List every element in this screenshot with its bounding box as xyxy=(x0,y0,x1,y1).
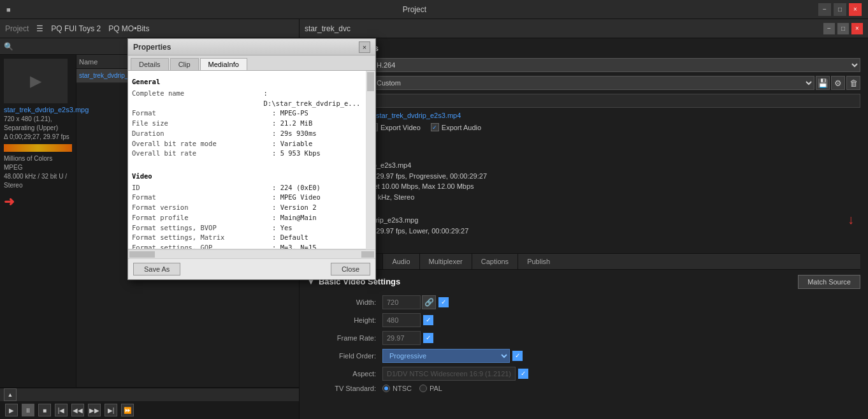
comments-input[interactable] xyxy=(370,94,860,108)
export-settings-content: ▼ Export Settings Format: H.264 Preset: … xyxy=(300,38,868,419)
overall-bitrate-row: Overall bit rate : 5 953 Kbps xyxy=(132,149,362,159)
general-section-header: General xyxy=(132,77,362,87)
right-maximize-btn[interactable]: □ xyxy=(837,23,849,34)
vid-format-value: : MPEG Video xyxy=(272,193,321,203)
complete-name-row: Complete name : D:\star_trek_dvdrip_e... xyxy=(132,89,362,109)
field-order-dropdown[interactable]: Progressive xyxy=(382,349,510,363)
app-title: ■ xyxy=(6,6,11,13)
export-video-check[interactable]: ✓ Export Video xyxy=(370,123,421,131)
tab-multiplexer[interactable]: Multiplexer xyxy=(420,254,472,269)
save-as-button[interactable]: Save As xyxy=(133,263,180,276)
tab-captions[interactable]: Captions xyxy=(472,254,518,269)
export-settings-header[interactable]: ▼ Export Settings xyxy=(307,43,860,53)
format-row: Format: H.264 xyxy=(307,58,860,72)
complete-name-label: Complete name xyxy=(132,89,264,109)
comments-row: Comments: xyxy=(307,94,860,108)
vid-id-value: : 224 (0xE0) xyxy=(272,183,321,193)
basic-video-settings: ▼ Basic Video Settings Match Source Widt… xyxy=(307,275,860,392)
maximize-button[interactable]: □ xyxy=(834,3,846,16)
summary-source-path: Clip, star_trek_dvdrip_e2s3.mpg 720x480 … xyxy=(317,215,860,247)
fast-forward-button[interactable]: ⏩ xyxy=(121,404,134,416)
width-checkbox[interactable]: ✓ xyxy=(438,297,449,307)
export-audio-label: Export Audio xyxy=(442,124,481,131)
preset-delete-btn[interactable]: 🗑 xyxy=(846,76,860,90)
window-title: Project xyxy=(11,5,818,14)
ntsc-radio[interactable] xyxy=(382,385,390,392)
frame-rate-checkbox[interactable]: ✓ xyxy=(423,333,433,343)
width-value[interactable]: 720 xyxy=(382,295,421,309)
tab-pq-mo[interactable]: PQ MO•Bits xyxy=(108,24,149,33)
height-value[interactable]: 480 xyxy=(382,313,421,327)
right-title-bar: star_trek_dvc − □ × xyxy=(300,19,868,38)
field-order-checkbox[interactable]: ✓ xyxy=(512,351,523,361)
video-section-header: Video xyxy=(132,172,362,182)
stop-button[interactable]: ■ xyxy=(38,404,51,416)
preset-dropdown[interactable]: Custom xyxy=(370,76,814,90)
summary-output-path: D:\star_trek_dvdrip_e2s3.mp4 720x480 (1.… xyxy=(317,160,860,202)
tv-pal-option[interactable]: PAL xyxy=(419,385,442,392)
source-thumbnail: ▶ xyxy=(4,59,68,103)
summary-section: ▼ Summary Output: D:\star_trek_dvdrip_e2… xyxy=(307,136,860,247)
dialog-h-scrollbar[interactable] xyxy=(128,249,375,258)
close-dialog-button[interactable]: Close xyxy=(331,263,370,276)
preset-row: Preset: Custom 💾 ⚙ 🗑 xyxy=(307,76,860,90)
expand-button[interactable]: ▲ xyxy=(4,388,17,401)
dialog-close-x-btn[interactable]: × xyxy=(359,41,370,53)
preset-settings-btn[interactable]: ⚙ xyxy=(831,76,845,90)
source-audio: 48.000 kHz / 32 bit U / Stereo xyxy=(4,172,72,190)
right-close-btn[interactable]: × xyxy=(851,23,863,34)
right-panel: star_trek_dvc − □ × ▼ Export Settings Fo… xyxy=(300,19,868,419)
aspect-checkbox[interactable]: ✓ xyxy=(518,369,528,379)
width-height-link[interactable]: 🔗 xyxy=(422,295,436,309)
frame-rate-value[interactable]: 29.97 xyxy=(382,331,421,345)
overall-bitrate-value: : 5 953 Kbps xyxy=(272,149,321,159)
tab-details[interactable]: Details xyxy=(131,58,169,70)
file-size-value: : 21.2 MiB xyxy=(272,119,312,129)
pal-radio[interactable] xyxy=(419,385,427,392)
vid-matrix-value: : Default xyxy=(272,233,308,243)
vid-format-ver-row: Format version : Version 2 xyxy=(132,203,362,213)
preset-save-btn[interactable]: 💾 xyxy=(816,76,830,90)
vid-format-label: Format xyxy=(132,193,272,203)
height-row: Height: 480 ✓ xyxy=(307,313,860,327)
height-checkbox[interactable]: ✓ xyxy=(423,315,433,325)
frame-rate-row: Frame Rate: 29.97 ✓ xyxy=(307,331,860,345)
rewind-start-button[interactable]: |◀ xyxy=(55,404,68,416)
format-dropdown[interactable]: H.264 xyxy=(370,58,860,72)
tab-mediainfo[interactable]: MediaInfo xyxy=(200,58,247,70)
vid-gop-row: Format settings, GOP : M=3, N=15 xyxy=(132,243,362,249)
summary-header[interactable]: ▼ Summary xyxy=(307,136,860,146)
dialog-title-bar: Properties × xyxy=(128,39,375,55)
tv-ntsc-option[interactable]: NTSC xyxy=(382,385,412,392)
play-button[interactable]: ▶ xyxy=(5,404,18,416)
pause-button[interactable]: ⏸ xyxy=(22,404,34,416)
vid-format-profile-value: : Main@Main xyxy=(272,213,317,223)
export-audio-checkbox[interactable]: ✓ xyxy=(431,123,439,131)
tab-audio[interactable]: Audio xyxy=(383,254,419,269)
match-source-button[interactable]: Match Source xyxy=(798,275,860,289)
dialog-content: General Complete name : D:\star_trek_dvd… xyxy=(128,71,366,249)
vid-format-ver-label: Format version xyxy=(132,203,272,213)
vid-gop-value: : M=3, N=15 xyxy=(272,243,317,249)
dialog-scrollbar[interactable] xyxy=(366,71,375,249)
vid-bvop-label: Format settings, BVOP xyxy=(132,223,272,233)
forward-end-button[interactable]: ▶| xyxy=(105,404,117,416)
source-filename: star_trek_dvdrip_e2s3.mpg xyxy=(4,106,72,114)
tab-clip[interactable]: Clip xyxy=(170,58,199,70)
close-button[interactable]: × xyxy=(849,3,862,16)
minimize-button[interactable]: − xyxy=(818,3,831,16)
frame-rate-label: Frame Rate: xyxy=(312,334,376,342)
tab-publish[interactable]: Publish xyxy=(518,254,559,269)
tab-pq-fui[interactable]: PQ FUI Toys 2 xyxy=(51,24,101,33)
output-filename[interactable]: star_trek_dvdrip_e2s3.mp4 xyxy=(376,112,860,119)
export-audio-check[interactable]: ✓ Export Audio xyxy=(431,123,481,131)
right-minimize-btn[interactable]: − xyxy=(823,23,835,34)
format-info-label: Format xyxy=(132,108,272,119)
width-row: Width: 720 🔗 ✓ xyxy=(307,295,860,309)
rewind-button[interactable]: ◀◀ xyxy=(71,404,84,416)
export-checkboxes-row: ✓ Export Video ✓ Export Audio xyxy=(307,123,860,131)
file-size-row: File size : 21.2 MiB xyxy=(132,119,362,129)
forward-button[interactable]: ▶▶ xyxy=(88,404,101,416)
hamburger-icon[interactable]: ☰ xyxy=(36,24,43,33)
output-name-row: Output Name: star_trek_dvdrip_e2s3.mp4 xyxy=(307,112,860,119)
